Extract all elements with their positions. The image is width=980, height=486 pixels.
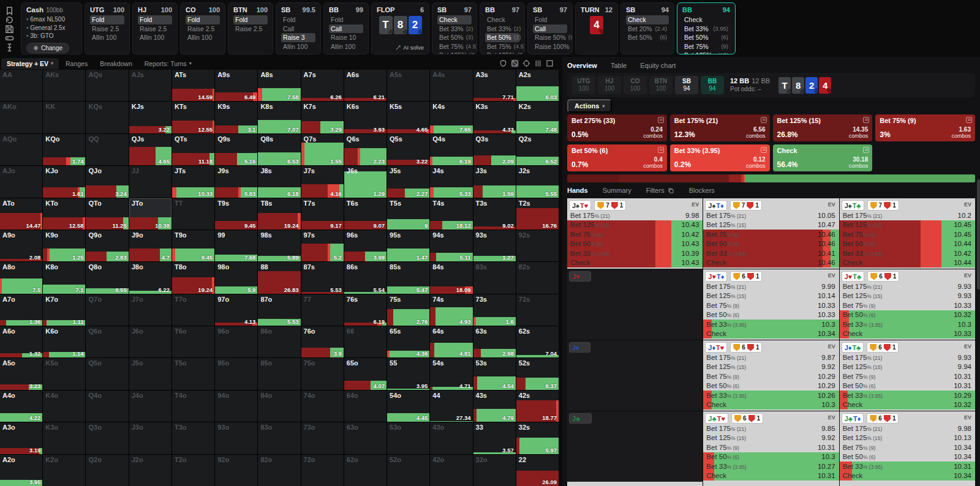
- tab-ranges[interactable]: Ranges: [60, 58, 93, 69]
- matrix-cell-KTs[interactable]: KTs12.55: [172, 102, 214, 133]
- matrix-cell-KQo[interactable]: KQo1.74: [43, 134, 85, 165]
- matrix-cell-Q3s[interactable]: Q3s2.09: [473, 134, 516, 165]
- board-card-Ts[interactable]: T♠: [379, 16, 393, 34]
- matrix-cell-T2o[interactable]: T2o: [172, 455, 214, 486]
- matrix-cell-A5o[interactable]: A5o3.23: [0, 358, 42, 389]
- matrix-cell-98o[interactable]: 98o5.9: [215, 262, 257, 293]
- matrix-cell-T9o[interactable]: T9o9.45: [172, 230, 214, 261]
- bookmark-icon[interactable]: [5, 6, 14, 15]
- matrix-cell-86s[interactable]: 86s5.54: [344, 262, 386, 293]
- matrix-cell-Q2o[interactable]: Q2o: [86, 455, 128, 486]
- matrix-cell-J4s[interactable]: J4s5.33: [430, 166, 472, 197]
- history-action-fold[interactable]: Fold: [186, 15, 220, 24]
- history-icon[interactable]: [5, 15, 14, 24]
- matrix-cell-A7s[interactable]: A7s6.26: [301, 70, 344, 101]
- matrix-cell-J3s[interactable]: J3s1.59: [473, 166, 516, 197]
- matrix-cell-64o[interactable]: 64o: [344, 391, 386, 422]
- square-icon[interactable]: [546, 59, 554, 67]
- history-action-bet-50-[interactable]: Bet 50%(3): [485, 33, 519, 42]
- history-action-bet-33-[interactable]: Bet 33%(2): [437, 24, 472, 34]
- matrix-cell-54o[interactable]: 54o4.45: [387, 391, 429, 422]
- matrix-cell-QTo[interactable]: QTo11.25: [86, 198, 128, 230]
- history-action-bet-33-[interactable]: Bet 33%(3.95): [682, 24, 730, 34]
- summary-chip-co[interactable]: CO100: [624, 76, 647, 94]
- tab-table[interactable]: Table: [611, 62, 627, 69]
- combo-tile-jstc[interactable]: J♠T♣ 7 1EVBet 175% (21)10.2Bet 125% (15)…: [840, 198, 975, 269]
- matrix-cell-J5o[interactable]: J5o: [129, 358, 172, 389]
- matrix-cell-95o[interactable]: 95o: [215, 358, 257, 389]
- matrix-cell-AQo[interactable]: AQo: [0, 134, 42, 165]
- matrix-cell-A6s[interactable]: A6s6.21: [344, 70, 386, 101]
- board-card-4h[interactable]: 4♥: [590, 16, 603, 34]
- matrix-cell-52s[interactable]: 52s6.37: [516, 358, 559, 389]
- matrix-cell-A6o[interactable]: A6o1.32: [0, 326, 42, 357]
- matrix-cell-TT[interactable]: TT: [172, 198, 214, 230]
- matrix-cell-T5s[interactable]: T5s9: [387, 198, 429, 230]
- matrix-cell-K8s[interactable]: K8s7.07: [258, 102, 300, 133]
- history-action-bet-75-[interactable]: Bet 75%(4.5): [437, 42, 472, 51]
- tab-breakdown[interactable]: Breakdown: [94, 58, 138, 69]
- matrix-cell-QTs[interactable]: QTs11.18: [172, 134, 214, 165]
- matrix-cell-55[interactable]: 553.95: [387, 358, 429, 389]
- matrix-cell-97o[interactable]: 97o4.13: [215, 294, 257, 326]
- matrix-cell-KQs[interactable]: KQs: [86, 102, 128, 133]
- combo-tile-jstd[interactable]: J♠T♦ 7 1EVBet 175% (21)10.05Bet 125% (15…: [703, 198, 839, 269]
- matrix-cell-K2o[interactable]: K2o: [43, 455, 85, 486]
- matrix-cell-T7s[interactable]: T7s9.17: [301, 198, 344, 230]
- action-card-check[interactable]: Check 56.4% 30.18combos: [773, 144, 873, 171]
- matrix-cell-43s[interactable]: 43s4.79: [473, 391, 516, 422]
- tab-strategy-ev[interactable]: Strategy + EV▾: [1, 58, 59, 69]
- note-icon[interactable]: [863, 117, 869, 123]
- summary-chip-utg[interactable]: UTG100: [572, 76, 595, 94]
- history-action-bet-125-[interactable]: Bet 125%(7.5): [485, 51, 519, 54]
- matrix-cell-42o[interactable]: 42o: [430, 455, 472, 486]
- matrix-cell-Q5o[interactable]: Q5o: [86, 358, 128, 389]
- matrix-cell-T2s[interactable]: T2s16.76: [516, 198, 559, 230]
- matrix-cell-Q4s[interactable]: Q4s6.19: [430, 134, 472, 165]
- matrix-cell-K9s[interactable]: K9s3.1: [215, 102, 257, 133]
- matrix-cell-K2s[interactable]: K2s7.48: [516, 102, 559, 133]
- history-action-raise-3[interactable]: Raise 3: [281, 33, 315, 42]
- tab-hands[interactable]: Hands: [567, 187, 588, 194]
- matrix-cell-75s[interactable]: 75s2.76: [387, 294, 429, 326]
- summary-chip-hj[interactable]: HJ100: [598, 76, 621, 94]
- action-card-bet-50-6-[interactable]: Bet 50% (6) 0.7% 0.4combos: [567, 144, 667, 171]
- matrix-cell-A3o[interactable]: A3o3.19: [0, 422, 42, 454]
- history-action-check[interactable]: Check: [437, 15, 472, 24]
- history-action-allin-100[interactable]: Allin 100: [281, 42, 315, 51]
- matrix-cell-T9s[interactable]: T9s9.45: [215, 198, 257, 230]
- matrix-cell-84s[interactable]: 84s18.09: [430, 262, 472, 293]
- matrix-cell-96o[interactable]: 96o: [215, 326, 257, 357]
- history-action-bet-75-[interactable]: Bet 75%(9): [682, 42, 730, 51]
- matrix-cell-72o[interactable]: 72o: [301, 455, 344, 486]
- matrix-cell-A4s[interactable]: A4s: [430, 70, 472, 101]
- matrix-cell-A4o[interactable]: A4o4.22: [0, 391, 42, 422]
- board-card-8s[interactable]: 8♠: [394, 16, 407, 34]
- matrix-cell-JTo[interactable]: JTo10.38: [129, 198, 172, 230]
- history-action-fold[interactable]: Fold: [329, 15, 363, 24]
- history-action-raise-100-[interactable]: Raise 100%(15): [533, 42, 567, 51]
- history-action-raise-10[interactable]: Raise 10: [329, 33, 363, 42]
- matrix-cell-AA[interactable]: AA: [0, 70, 42, 101]
- history-action-fold[interactable]: Fold: [281, 15, 315, 24]
- matrix-cell-77[interactable]: 77: [301, 294, 344, 326]
- matrix-cell-KJo[interactable]: KJo1.61: [43, 166, 85, 197]
- summary-chip-sb[interactable]: SB94: [675, 76, 698, 94]
- change-settings-button[interactable]: Change: [26, 43, 69, 53]
- matrix-cell-65o[interactable]: 65o4.07: [344, 358, 386, 389]
- matrix-cell-Q6s[interactable]: Q6s2.23: [344, 134, 386, 165]
- history-action-bet-125-[interactable]: Bet 125%(15): [682, 51, 730, 54]
- matrix-cell-AKo[interactable]: AKo: [0, 102, 42, 133]
- matrix-cell-92o[interactable]: 92o: [215, 455, 257, 486]
- matrix-cell-K3o[interactable]: K3o: [43, 422, 85, 454]
- matrix-cell-J3o[interactable]: J3o: [129, 422, 172, 454]
- matrix-cell-A2s[interactable]: A2s6.03: [516, 70, 559, 101]
- combo-tile-jdth[interactable]: J♦T♥ 6 1EVBet 175% (21)9.87Bet 125% (15)…: [703, 340, 839, 411]
- action-card-bet-75-9-[interactable]: Bet 75% (9) 3% 1.63combos: [875, 114, 975, 141]
- matrix-cell-74s[interactable]: 74s4.93: [430, 294, 472, 326]
- tab-filters[interactable]: Filters: [646, 187, 674, 194]
- matrix-cell-94s[interactable]: 94s5.11: [430, 230, 472, 261]
- matrix-cell-85s[interactable]: 85s5.47: [387, 262, 429, 293]
- matrix-cell-84o[interactable]: 84o: [258, 391, 300, 422]
- history-action-allin-100[interactable]: Allin 100: [329, 42, 363, 51]
